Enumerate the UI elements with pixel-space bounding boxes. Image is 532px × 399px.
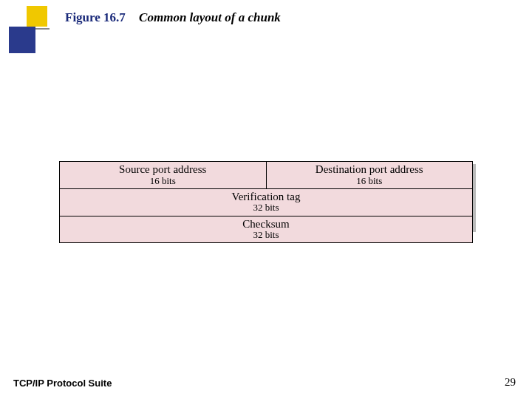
header-fields-table: Source port address 16 bits Destination …: [59, 161, 473, 243]
footer-text: TCP/IP Protocol Suite: [13, 378, 112, 389]
logo-blue-square: [9, 27, 35, 53]
field-bits: 32 bits: [60, 202, 472, 213]
field-label: Checksum: [242, 218, 289, 230]
table-row: Checksum 32 bits: [60, 216, 473, 243]
logo-yellow-square: [27, 6, 47, 27]
figure-caption: Common layout of a chunk: [139, 10, 281, 24]
field-verification-tag: Verification tag 32 bits: [60, 188, 473, 216]
field-source-port: Source port address 16 bits: [60, 162, 267, 189]
slide-logo: [9, 6, 50, 50]
field-bits: 16 bits: [60, 176, 266, 186]
figure-number: Figure 16.7: [65, 10, 126, 24]
table-row: Source port address 16 bits Destination …: [60, 162, 473, 189]
field-bits: 32 bits: [60, 230, 472, 240]
field-label: Verification tag: [232, 191, 301, 202]
slide-title: Figure 16.7 Common layout of a chunk: [65, 10, 281, 25]
page-number: 29: [505, 376, 516, 389]
field-dest-port: Destination port address 16 bits: [266, 162, 473, 189]
chunk-header-diagram: Source port address 16 bits Destination …: [59, 161, 473, 243]
field-label: Destination port address: [316, 163, 423, 175]
table-row: Verification tag 32 bits: [60, 188, 473, 216]
field-checksum: Checksum 32 bits: [60, 216, 473, 243]
field-label: Source port address: [119, 163, 206, 175]
field-bits: 16 bits: [267, 176, 473, 186]
